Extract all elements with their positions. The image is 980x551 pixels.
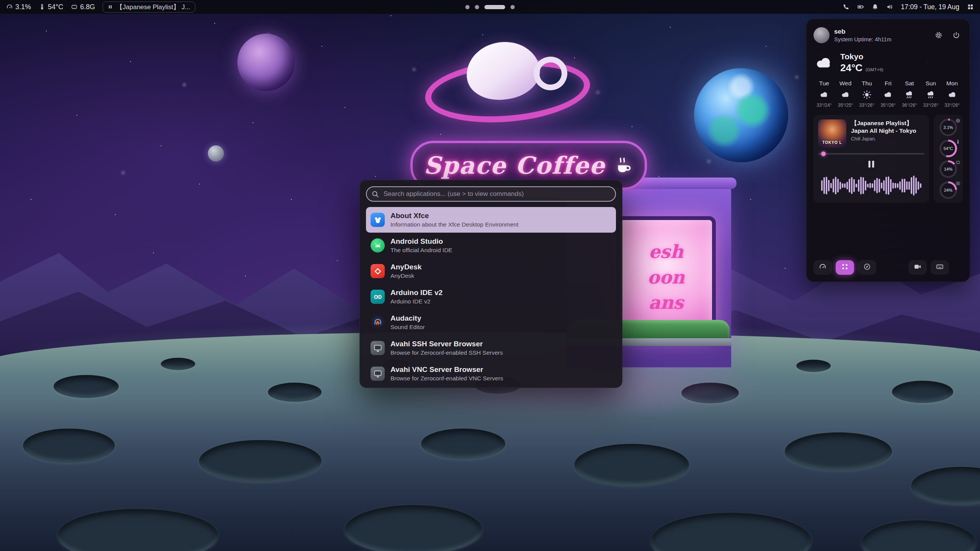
gauge-value: 24% — [944, 188, 952, 192]
forecast-temps: 33°/26° — [923, 103, 939, 108]
weather-city: Tokyo — [840, 52, 883, 61]
cpu-value: 3.1% — [15, 3, 31, 11]
phone-icon[interactable] — [843, 3, 849, 10]
gauge-icon — [819, 263, 826, 272]
forecast-day: Wed 35°/25° — [835, 80, 856, 108]
app-list-item[interactable]: Avahi VNC Server Browser Browse for Zero… — [366, 361, 616, 386]
app-description: AnyDesk — [390, 272, 421, 279]
forecast-day: Tue 33°/24° — [813, 80, 835, 108]
notifications-icon[interactable] — [872, 3, 879, 10]
app-name: Android Studio — [390, 238, 452, 246]
forecast-day: Fri 35°/26° — [877, 80, 899, 108]
crater — [161, 358, 195, 370]
app-list: About Xfce Information about the Xfce De… — [366, 207, 616, 386]
workspace-dot[interactable] — [475, 5, 479, 9]
app-list-item[interactable]: Avahi SSH Server Browser Browse for Zero… — [366, 335, 616, 361]
gauge-value: 14% — [944, 167, 952, 171]
music-widget[interactable]: 【Japanese Playlist】 J... — [103, 2, 195, 13]
battery-icon[interactable] — [857, 3, 864, 10]
gauge-value: 3.1% — [943, 125, 953, 130]
dashboard-button[interactable] — [813, 260, 832, 275]
weather-widget: Tokyo 24°C (GMT+9) — [813, 52, 963, 74]
album-art: TOKYO L — [818, 119, 846, 148]
seek-handle[interactable] — [821, 152, 826, 156]
waveform-visualizer — [818, 173, 924, 198]
forecast-day-label: Sun — [926, 80, 936, 87]
app-name: Arduino IDE v2 — [390, 289, 443, 297]
temperature-indicator[interactable]: 54°C — [39, 3, 63, 11]
search-input[interactable] — [366, 186, 616, 202]
avatar — [813, 27, 830, 43]
thermometer-icon — [39, 3, 46, 10]
memory-indicator[interactable]: 6.8G — [71, 3, 95, 11]
gauge-icon — [956, 139, 960, 144]
app-icon — [371, 315, 385, 329]
memory-icon — [71, 3, 78, 10]
app-name: Audacity — [390, 315, 425, 323]
apps-button[interactable] — [836, 260, 854, 275]
volume-icon[interactable] — [886, 3, 893, 10]
forecast-day-label: Fri — [885, 80, 892, 87]
app-description: Browse for Zeroconf-enabled VNC Servers — [390, 375, 503, 381]
compass-icon — [863, 263, 871, 272]
cpu-indicator[interactable]: 3.1% — [6, 3, 31, 11]
crater — [54, 375, 119, 398]
workspace-dot[interactable] — [511, 5, 515, 9]
gauge-icon — [956, 181, 960, 186]
apps-grid-icon[interactable] — [967, 3, 974, 10]
app-name: Avahi VNC Server Browser — [390, 366, 503, 374]
camera-icon — [914, 263, 921, 272]
forecast-day: Thu 33°/26° — [856, 80, 877, 108]
workspace-dot[interactable] — [485, 5, 505, 9]
app-list-item[interactable]: Android Studio The official Android IDE — [366, 233, 616, 258]
forecast-weather-icon — [840, 90, 851, 100]
workspace-indicator[interactable] — [466, 0, 515, 14]
forecast-day-label: Sat — [905, 80, 914, 87]
window-text-line: ans — [648, 292, 683, 314]
cpu-gauge: 3.1% — [936, 119, 960, 136]
explore-button[interactable] — [858, 260, 876, 275]
search-icon — [371, 190, 379, 198]
app-description: Sound Editor — [390, 324, 425, 330]
keyboard-button[interactable] — [931, 260, 949, 275]
system-gauges: 3.1% 54°C 14% 24% — [934, 115, 963, 203]
app-list-item[interactable]: AnyDesk AnyDesk — [366, 258, 616, 284]
media-player: TOKYO L 【Japanese Playlist】 Japan All Ni… — [813, 115, 929, 203]
gauge-value: 54°C — [944, 146, 953, 151]
app-name: About Xfce — [390, 212, 518, 220]
screen-record-button[interactable] — [908, 260, 927, 275]
crater — [574, 444, 689, 486]
forecast-day-label: Mon — [946, 80, 958, 87]
keyboard-icon — [936, 263, 944, 272]
weather-cloud-icon — [813, 53, 834, 73]
app-description: Information about the Xfce Desktop Envir… — [390, 221, 518, 228]
forecast-day-label: Wed — [840, 80, 852, 87]
user-card: seb System Uptime: 4h11m — [813, 26, 963, 44]
desktop: esh oon ans Space Coffee — [0, 0, 980, 551]
forecast-temps: 33°/24° — [817, 103, 832, 108]
purple-planet — [237, 34, 295, 91]
settings-button[interactable] — [932, 29, 945, 42]
seek-slider[interactable] — [818, 153, 924, 155]
app-list-item[interactable]: Arduino IDE v2 Arduino IDE v2 — [366, 284, 616, 310]
pause-button[interactable] — [865, 158, 878, 170]
app-icon — [371, 290, 385, 304]
temperature-value: 54°C — [48, 3, 63, 11]
quick-actions-dock — [813, 260, 963, 275]
search-bar[interactable] — [366, 186, 616, 202]
temperature-gauge: 54°C — [936, 140, 960, 157]
clock[interactable]: 17:09 - Tue, 19 Aug — [901, 3, 959, 11]
forecast-weather-icon — [947, 90, 957, 100]
app-list-item[interactable]: About Xfce Information about the Xfce De… — [366, 207, 616, 233]
workspace-dot[interactable] — [466, 5, 470, 9]
app-name: Avahi SSH Server Browser — [390, 340, 503, 348]
crater — [199, 440, 322, 482]
forecast-day: Sat 36°/26° — [899, 80, 920, 108]
forecast-temps: 35°/26° — [880, 103, 896, 108]
weather-temperature: 24°C — [840, 62, 862, 74]
system-uptime: System Uptime: 4h11m — [834, 36, 928, 42]
app-list-item[interactable]: Audacity Sound Editor — [366, 310, 616, 335]
forecast-temps: 36°/26° — [902, 103, 917, 108]
power-button[interactable] — [950, 29, 963, 42]
forecast-weather-icon — [904, 90, 915, 100]
